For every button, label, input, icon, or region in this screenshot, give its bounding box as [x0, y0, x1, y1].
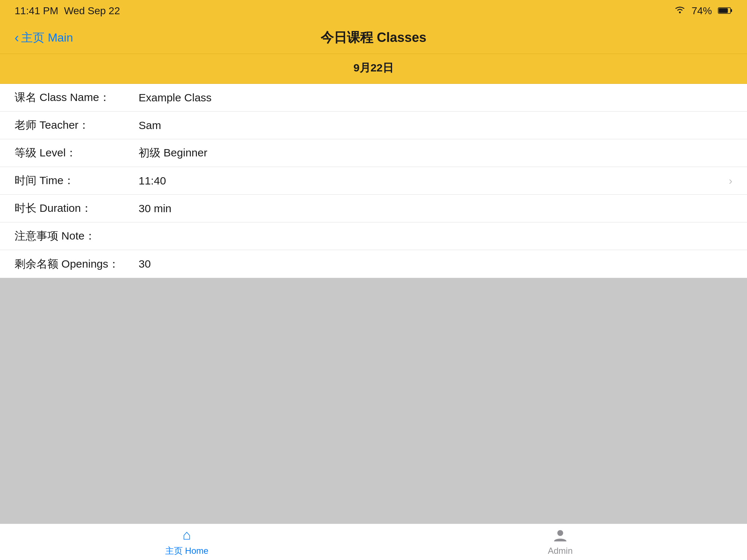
tab-home[interactable]: ⌂ 主页 Home [0, 524, 374, 560]
home-tab-label: 主页 Home [165, 545, 209, 557]
time-value: 11:40 [139, 175, 732, 187]
duration-row: 时长 Duration： 30 min [0, 195, 747, 222]
nav-title: 今日课程 Classes [321, 29, 426, 47]
level-value: 初级 Beginner [139, 145, 732, 160]
content-area: 课名 Class Name： Example Class 老师 Teacher：… [0, 84, 747, 524]
time-chevron-icon: › [729, 175, 732, 187]
teacher-value: Sam [139, 119, 732, 132]
teacher-label: 老师 Teacher： [15, 118, 139, 133]
wifi-icon [674, 5, 686, 17]
teacher-row: 老师 Teacher： Sam [0, 112, 747, 139]
back-button[interactable]: ‹ 主页 Main [15, 30, 73, 46]
svg-point-4 [557, 530, 563, 536]
date-text: 9月22日 [353, 62, 394, 74]
level-label: 等级 Level： [15, 145, 139, 160]
status-bar: 11:41 PM Wed Sep 22 74% [0, 0, 747, 22]
detail-table: 课名 Class Name： Example Class 老师 Teacher：… [0, 84, 747, 278]
time-label: 时间 Time： [15, 173, 139, 188]
level-row: 等级 Level： 初级 Beginner [0, 139, 747, 167]
openings-row: 剩余名额 Openings： 30 [0, 250, 747, 278]
tab-admin[interactable]: Admin [374, 524, 747, 560]
admin-tab-label: Admin [548, 546, 573, 556]
admin-person-icon [553, 528, 567, 544]
back-label: 主页 Main [21, 30, 73, 46]
date-header: 9月22日 [0, 54, 747, 84]
class-name-value: Example Class [139, 92, 732, 104]
time-row[interactable]: 时间 Time： 11:40 › [0, 167, 747, 195]
duration-label: 时长 Duration： [15, 201, 139, 216]
svg-rect-2 [731, 9, 732, 12]
note-label: 注意事项 Note： [15, 229, 139, 244]
class-name-row: 课名 Class Name： Example Class [0, 84, 747, 112]
duration-value: 30 min [139, 202, 732, 215]
svg-point-0 [679, 12, 681, 13]
openings-value: 30 [139, 258, 732, 270]
status-indicators: 74% [674, 5, 732, 17]
back-chevron-icon: ‹ [15, 30, 19, 46]
filler-area [0, 278, 747, 524]
nav-bar: ‹ 主页 Main 今日课程 Classes [0, 22, 747, 54]
note-row: 注意事项 Note： [0, 222, 747, 250]
class-name-label: 课名 Class Name： [15, 90, 139, 105]
svg-rect-3 [719, 8, 728, 13]
battery-icon [718, 5, 732, 17]
openings-label: 剩余名额 Openings： [15, 257, 139, 272]
home-icon: ⌂ [183, 527, 191, 543]
status-time: 11:41 PM Wed Sep 22 [15, 5, 120, 17]
tab-bar: ⌂ 主页 Home Admin [0, 524, 747, 560]
battery-percentage: 74% [692, 5, 712, 17]
